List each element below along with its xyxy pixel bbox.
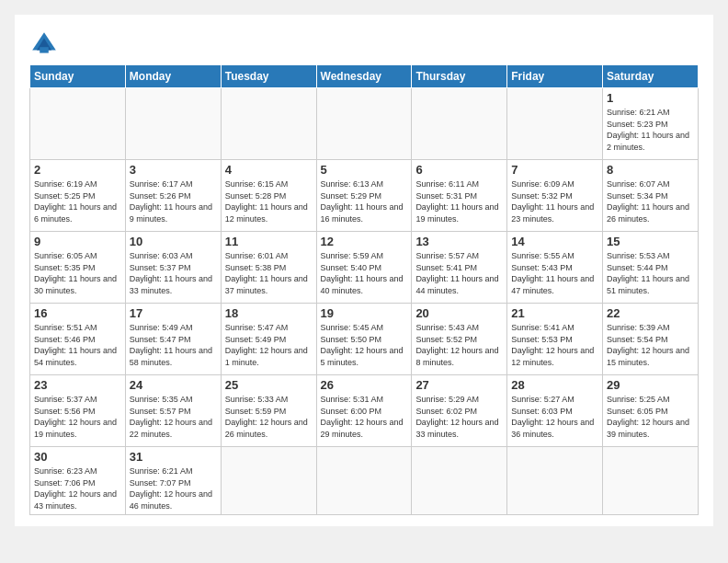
calendar-day-cell: 20Sunrise: 5:43 AM Sunset: 5:52 PM Dayli… xyxy=(412,304,507,375)
calendar-day-cell xyxy=(316,88,412,160)
day-info: Sunrise: 5:25 AM Sunset: 6:05 PM Dayligh… xyxy=(607,394,694,440)
day-info: Sunrise: 6:09 AM Sunset: 5:32 PM Dayligh… xyxy=(511,178,598,224)
calendar-day-cell: 17Sunrise: 5:49 AM Sunset: 5:47 PM Dayli… xyxy=(125,304,221,375)
day-info: Sunrise: 6:15 AM Sunset: 5:28 PM Dayligh… xyxy=(225,178,313,224)
day-info: Sunrise: 5:35 AM Sunset: 5:57 PM Dayligh… xyxy=(130,394,217,440)
weekday-header-saturday: Saturday xyxy=(603,65,699,88)
day-info: Sunrise: 6:11 AM Sunset: 5:31 PM Dayligh… xyxy=(415,178,503,224)
day-number: 10 xyxy=(130,235,217,248)
day-info: Sunrise: 6:01 AM Sunset: 5:38 PM Dayligh… xyxy=(225,250,313,296)
calendar-body: 1Sunrise: 6:21 AM Sunset: 5:23 PM Daylig… xyxy=(30,88,699,515)
calendar-week-row: 2Sunrise: 6:19 AM Sunset: 5:25 PM Daylig… xyxy=(30,160,699,232)
day-number: 22 xyxy=(607,306,694,320)
weekday-row: SundayMondayTuesdayWednesdayThursdayFrid… xyxy=(30,65,699,88)
day-number: 15 xyxy=(607,235,694,248)
calendar-day-cell: 12Sunrise: 5:59 AM Sunset: 5:40 PM Dayli… xyxy=(316,232,412,304)
day-info: Sunrise: 5:27 AM Sunset: 6:03 PM Dayligh… xyxy=(511,394,598,440)
weekday-header-tuesday: Tuesday xyxy=(221,65,316,88)
day-number: 28 xyxy=(511,378,598,392)
day-info: Sunrise: 6:05 AM Sunset: 5:35 PM Dayligh… xyxy=(34,250,121,296)
day-info: Sunrise: 5:53 AM Sunset: 5:44 PM Dayligh… xyxy=(607,250,694,296)
day-info: Sunrise: 5:57 AM Sunset: 5:41 PM Dayligh… xyxy=(415,250,503,296)
weekday-header-friday: Friday xyxy=(507,65,603,88)
calendar-day-cell: 14Sunrise: 5:55 AM Sunset: 5:43 PM Dayli… xyxy=(507,232,603,304)
day-number: 4 xyxy=(225,163,313,177)
calendar-day-cell: 26Sunrise: 5:31 AM Sunset: 6:00 PM Dayli… xyxy=(316,375,412,447)
day-info: Sunrise: 5:55 AM Sunset: 5:43 PM Dayligh… xyxy=(511,250,598,296)
day-number: 7 xyxy=(511,163,598,177)
day-info: Sunrise: 5:41 AM Sunset: 5:53 PM Dayligh… xyxy=(511,322,598,368)
day-number: 13 xyxy=(415,235,503,248)
day-number: 6 xyxy=(415,163,503,177)
calendar-day-cell: 22Sunrise: 5:39 AM Sunset: 5:54 PM Dayli… xyxy=(603,304,699,375)
calendar-day-cell: 24Sunrise: 5:35 AM Sunset: 5:57 PM Dayli… xyxy=(125,375,221,447)
day-number: 14 xyxy=(511,235,598,248)
header xyxy=(29,29,699,59)
day-info: Sunrise: 5:29 AM Sunset: 6:02 PM Dayligh… xyxy=(415,394,503,440)
calendar-day-cell: 2Sunrise: 6:19 AM Sunset: 5:25 PM Daylig… xyxy=(30,160,126,232)
day-number: 25 xyxy=(225,378,313,392)
calendar-day-cell: 8Sunrise: 6:07 AM Sunset: 5:34 PM Daylig… xyxy=(603,160,699,232)
calendar-week-row: 9Sunrise: 6:05 AM Sunset: 5:35 PM Daylig… xyxy=(30,232,699,304)
calendar-day-cell xyxy=(507,88,603,160)
weekday-header-sunday: Sunday xyxy=(30,65,126,88)
day-number: 1 xyxy=(607,91,694,105)
day-number: 16 xyxy=(34,306,121,320)
day-number: 11 xyxy=(225,235,313,248)
day-info: Sunrise: 6:13 AM Sunset: 5:29 PM Dayligh… xyxy=(321,178,408,224)
day-info: Sunrise: 6:07 AM Sunset: 5:34 PM Dayligh… xyxy=(607,178,694,224)
logo-icon xyxy=(29,29,59,59)
calendar-day-cell xyxy=(412,88,507,160)
calendar-day-cell: 5Sunrise: 6:13 AM Sunset: 5:29 PM Daylig… xyxy=(316,160,412,232)
day-number: 9 xyxy=(34,235,121,248)
calendar-header: SundayMondayTuesdayWednesdayThursdayFrid… xyxy=(30,65,699,88)
calendar-day-cell: 28Sunrise: 5:27 AM Sunset: 6:03 PM Dayli… xyxy=(507,375,603,447)
calendar-day-cell: 10Sunrise: 6:03 AM Sunset: 5:37 PM Dayli… xyxy=(125,232,221,304)
day-info: Sunrise: 5:37 AM Sunset: 5:56 PM Dayligh… xyxy=(34,394,121,440)
day-number: 24 xyxy=(130,378,217,392)
calendar-day-cell: 3Sunrise: 6:17 AM Sunset: 5:26 PM Daylig… xyxy=(125,160,221,232)
calendar-day-cell: 4Sunrise: 6:15 AM Sunset: 5:28 PM Daylig… xyxy=(221,160,316,232)
calendar-day-cell xyxy=(221,447,316,515)
calendar-day-cell xyxy=(30,88,126,160)
svg-rect-2 xyxy=(40,47,49,52)
day-number: 19 xyxy=(321,306,408,320)
day-number: 27 xyxy=(415,378,503,392)
day-info: Sunrise: 5:31 AM Sunset: 6:00 PM Dayligh… xyxy=(321,394,408,440)
logo xyxy=(29,29,63,59)
day-info: Sunrise: 6:17 AM Sunset: 5:26 PM Dayligh… xyxy=(130,178,217,224)
calendar-day-cell xyxy=(507,447,603,515)
day-number: 30 xyxy=(34,450,121,464)
calendar-week-row: 1Sunrise: 6:21 AM Sunset: 5:23 PM Daylig… xyxy=(30,88,699,160)
calendar-day-cell: 21Sunrise: 5:41 AM Sunset: 5:53 PM Dayli… xyxy=(507,304,603,375)
calendar-week-row: 23Sunrise: 5:37 AM Sunset: 5:56 PM Dayli… xyxy=(30,375,699,447)
calendar-table: SundayMondayTuesdayWednesdayThursdayFrid… xyxy=(29,64,699,515)
calendar-day-cell: 29Sunrise: 5:25 AM Sunset: 6:05 PM Dayli… xyxy=(603,375,699,447)
calendar-week-row: 30Sunrise: 6:23 AM Sunset: 7:06 PM Dayli… xyxy=(30,447,699,515)
day-info: Sunrise: 5:59 AM Sunset: 5:40 PM Dayligh… xyxy=(321,250,408,296)
day-info: Sunrise: 6:23 AM Sunset: 7:06 PM Dayligh… xyxy=(34,465,121,511)
calendar-day-cell: 16Sunrise: 5:51 AM Sunset: 5:46 PM Dayli… xyxy=(30,304,126,375)
calendar-day-cell: 27Sunrise: 5:29 AM Sunset: 6:02 PM Dayli… xyxy=(412,375,507,447)
day-info: Sunrise: 5:45 AM Sunset: 5:50 PM Dayligh… xyxy=(321,322,408,368)
day-number: 18 xyxy=(225,306,313,320)
calendar-day-cell: 30Sunrise: 6:23 AM Sunset: 7:06 PM Dayli… xyxy=(30,447,126,515)
day-number: 20 xyxy=(415,306,503,320)
day-info: Sunrise: 6:21 AM Sunset: 5:23 PM Dayligh… xyxy=(607,107,694,153)
calendar-day-cell xyxy=(412,447,507,515)
calendar-day-cell xyxy=(316,447,412,515)
day-number: 12 xyxy=(321,235,408,248)
weekday-header-monday: Monday xyxy=(125,65,221,88)
calendar-day-cell: 1Sunrise: 6:21 AM Sunset: 5:23 PM Daylig… xyxy=(603,88,699,160)
day-info: Sunrise: 5:43 AM Sunset: 5:52 PM Dayligh… xyxy=(415,322,503,368)
day-number: 2 xyxy=(34,163,121,177)
calendar-week-row: 16Sunrise: 5:51 AM Sunset: 5:46 PM Dayli… xyxy=(30,304,699,375)
weekday-header-thursday: Thursday xyxy=(412,65,507,88)
calendar-day-cell xyxy=(125,88,221,160)
calendar-day-cell xyxy=(603,447,699,515)
day-number: 31 xyxy=(130,450,217,464)
day-number: 5 xyxy=(321,163,408,177)
calendar-day-cell: 19Sunrise: 5:45 AM Sunset: 5:50 PM Dayli… xyxy=(316,304,412,375)
day-info: Sunrise: 6:21 AM Sunset: 7:07 PM Dayligh… xyxy=(130,465,217,511)
calendar-day-cell: 9Sunrise: 6:05 AM Sunset: 5:35 PM Daylig… xyxy=(30,232,126,304)
